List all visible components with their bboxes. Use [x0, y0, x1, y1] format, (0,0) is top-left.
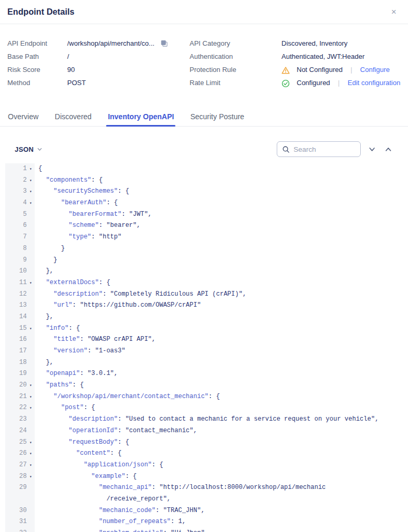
- code-text: "info": {: [35, 323, 80, 335]
- code-line: 3▾ "securitySchemes": {: [0, 186, 408, 197]
- code-token-key: "type": [69, 233, 91, 241]
- code-text: "externalDocs": {: [35, 277, 110, 289]
- fold-toggle-icon[interactable]: ▾: [27, 391, 35, 403]
- detail-row-api-category: API CategoryDiscovered, Inventory: [190, 37, 401, 50]
- tab-security-posture[interactable]: Security Posture: [190, 107, 245, 126]
- fold-spacer: [27, 414, 35, 425]
- detail-row-protection-rule: Protection RuleNot Configured|Configure: [190, 63, 401, 76]
- close-icon[interactable]: ×: [388, 6, 400, 17]
- line-gutter-cell: 11▾: [0, 277, 35, 289]
- line-gutter-cell: 31: [0, 516, 35, 528]
- detail-value: Not Configured|Configure: [281, 66, 390, 74]
- fold-spacer: [27, 368, 35, 380]
- code-text: "/workshop/api/merchant/contact_mechanic…: [35, 391, 220, 403]
- line-gutter-cell: 13: [0, 300, 35, 311]
- detail-label: Risk Score: [7, 66, 67, 74]
- line-gutter-cell: 28▾: [0, 471, 35, 483]
- status-text: Not Configured: [297, 66, 342, 74]
- fold-toggle-icon[interactable]: ▾: [27, 448, 35, 460]
- code-token-plain: /receive_report",: [107, 495, 171, 503]
- detail-value: Configured|Edit configuration: [281, 79, 400, 87]
- configure-link[interactable]: Configure: [360, 66, 390, 74]
- code-text: },: [35, 266, 54, 277]
- search-input[interactable]: [294, 145, 355, 153]
- detail-value: /: [67, 53, 69, 60]
- tab-overview[interactable]: Overview: [7, 107, 39, 126]
- line-number: 17: [5, 346, 27, 357]
- line-number: 9: [5, 255, 27, 266]
- line-gutter-cell: 25▾: [0, 437, 35, 448]
- fold-spacer: [27, 346, 35, 357]
- code-line: 2▾ "components": {: [0, 175, 408, 186]
- line-gutter-cell: 29: [0, 482, 35, 494]
- code-token-key: "description": [54, 290, 103, 298]
- search-icon: [282, 145, 290, 153]
- code-token-key: "components": [46, 176, 91, 184]
- code-line: 23 "description": "Used to contact a mec…: [0, 414, 408, 425]
- code-text: }: [35, 243, 65, 255]
- search-prev-chevron-up-icon[interactable]: [383, 144, 393, 154]
- code-token-key: "bearerFormat": [69, 211, 122, 218]
- line-number: 4: [5, 197, 27, 209]
- fold-toggle-icon[interactable]: ▾: [27, 277, 35, 289]
- code-token-plain: },: [46, 267, 53, 275]
- copy-icon[interactable]: [160, 39, 169, 48]
- fold-spacer: [27, 425, 35, 437]
- code-text: "mechanic_api": "http://localhost:8000/w…: [35, 482, 326, 494]
- fold-toggle-icon[interactable]: ▾: [27, 380, 35, 391]
- code-token-key: "info": [46, 325, 68, 332]
- fold-toggle-icon[interactable]: ▾: [27, 163, 35, 175]
- code-token-plain: }: [61, 245, 65, 252]
- line-gutter-cell: 21▾: [0, 391, 35, 403]
- code-token-key: "bearerAuth": [61, 199, 106, 206]
- fold-toggle-icon[interactable]: ▾: [27, 323, 35, 335]
- code-token-key: "scheme": [69, 222, 99, 229]
- code-text: "paths": {: [35, 380, 83, 391]
- code-token-key: "example": [91, 473, 125, 480]
- fold-spacer: [27, 334, 35, 346]
- code-line: 8 }: [0, 243, 408, 255]
- line-number: 12: [5, 289, 27, 300]
- code-token-plain: {: [38, 165, 42, 172]
- fold-toggle-icon[interactable]: ▾: [27, 186, 35, 197]
- json-code-viewer: 1▾{2▾ "components": {3▾ "securitySchemes…: [0, 163, 408, 532]
- fold-toggle-icon[interactable]: ▾: [27, 197, 35, 209]
- fold-toggle-icon[interactable]: ▾: [27, 175, 35, 186]
- code-text: "scheme": "bearer",: [35, 220, 140, 232]
- tab-discovered[interactable]: Discovered: [54, 107, 92, 126]
- search-next-chevron-down-icon[interactable]: [367, 144, 377, 154]
- code-text: "post": {: [35, 402, 95, 414]
- code-text: "content": {: [35, 448, 121, 460]
- fold-spacer: [27, 482, 35, 494]
- edit-configuration-link[interactable]: Edit configuration: [348, 79, 400, 87]
- code-text: "requestBody": {: [35, 437, 129, 448]
- line-gutter-cell: 24: [0, 425, 35, 437]
- fold-spacer: [27, 232, 35, 243]
- format-dropdown[interactable]: JSON: [15, 145, 43, 153]
- line-number: 27: [5, 460, 27, 471]
- warning-icon: [281, 66, 290, 75]
- dialog-title: Endpoint Details: [7, 7, 75, 17]
- detail-label: Method: [7, 79, 67, 87]
- fold-spacer: [27, 357, 35, 369]
- fold-toggle-icon[interactable]: ▾: [27, 437, 35, 448]
- code-token-key: "mechanic_api": [99, 484, 152, 491]
- detail-value-text: /workshop/api/merchant/co...: [67, 39, 154, 47]
- fold-toggle-icon[interactable]: ▾: [27, 402, 35, 414]
- fold-toggle-icon[interactable]: ▾: [27, 471, 35, 483]
- code-token-key: "url": [54, 301, 72, 309]
- code-line: 25▾ "requestBody": {: [0, 437, 408, 448]
- fold-toggle-icon[interactable]: ▾: [27, 460, 35, 471]
- detail-value-text: /: [67, 53, 69, 60]
- line-number: 2: [5, 175, 27, 186]
- code-token-plain: : "3.0.1",: [80, 370, 118, 377]
- line-number: 8: [5, 243, 27, 255]
- tab-inventory-openapi[interactable]: Inventory OpenAPI: [107, 107, 174, 126]
- code-text: "application/json": {: [35, 460, 163, 471]
- line-gutter-cell: 2▾: [0, 175, 35, 186]
- line-gutter-cell: 27▾: [0, 460, 35, 471]
- code-line: 31 "number_of_repeats": 1,: [0, 516, 408, 528]
- code-token-plain: : "JWT",: [121, 211, 152, 218]
- code-line: 6 "scheme": "bearer",: [0, 220, 408, 232]
- fold-spacer: [27, 494, 35, 505]
